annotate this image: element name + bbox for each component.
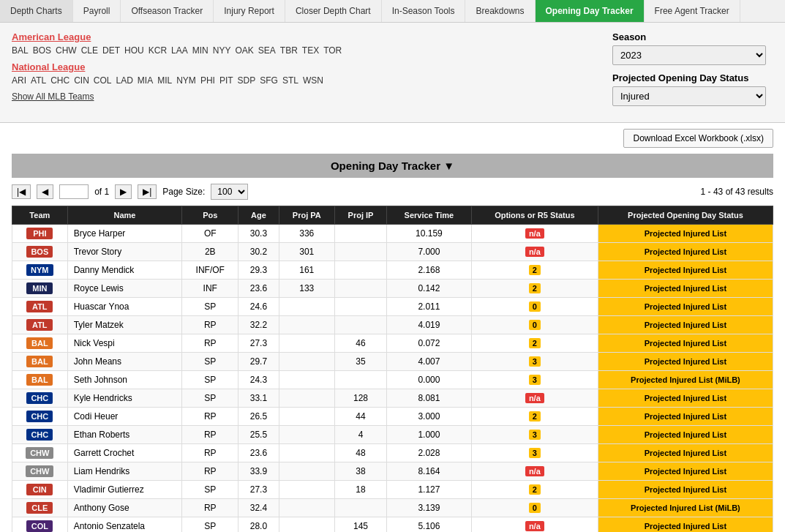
player-name[interactable]: Antonio Senzatela — [67, 517, 182, 533]
page-input[interactable]: 1 — [59, 184, 89, 199]
nav-item-payroll[interactable]: Payroll — [73, 0, 121, 22]
team-badge[interactable]: PHI — [26, 228, 53, 239]
col-options-or-r5-status[interactable]: Options or R5 Status — [471, 206, 598, 225]
col-proj-pa[interactable]: Proj PA — [279, 206, 335, 225]
nav-item-injury-report[interactable]: Injury Report — [214, 0, 285, 22]
al-team-tbr[interactable]: TBR — [280, 45, 298, 56]
team-badge[interactable]: BAL — [26, 374, 53, 386]
team-badge[interactable]: MIN — [26, 282, 53, 294]
nl-team-pit[interactable]: PIT — [219, 75, 233, 86]
download-button[interactable]: Download Excel Workbook (.xlsx) — [623, 129, 773, 148]
team-badge[interactable]: NYM — [26, 264, 53, 276]
first-page-button[interactable]: |◀ — [12, 184, 31, 199]
nav-item-in-season-tools[interactable]: In-Season Tools — [382, 0, 466, 22]
col-projected-opening-day-status[interactable]: Projected Opening Day Status — [598, 206, 773, 225]
team-badge[interactable]: CHW — [26, 465, 53, 477]
player-name[interactable]: Bryce Harper — [67, 225, 182, 243]
player-name[interactable]: Royce Lewis — [67, 280, 182, 298]
al-team-sea[interactable]: SEA — [258, 45, 276, 56]
col-team[interactable]: Team — [12, 206, 68, 225]
nl-team-ari[interactable]: ARI — [12, 75, 26, 86]
col-age[interactable]: Age — [238, 206, 279, 225]
team-badge[interactable]: CHC — [26, 392, 53, 404]
season-select[interactable]: 202320222021 — [612, 45, 766, 65]
nl-team-lad[interactable]: LAD — [116, 75, 133, 86]
player-name[interactable]: Trevor Story — [67, 243, 182, 261]
player-name[interactable]: Ethan Roberts — [67, 426, 182, 444]
service-time: 4.007 — [386, 353, 471, 371]
player-name[interactable]: Tyler Matzek — [67, 316, 182, 334]
nav-item-offseason-tracker[interactable]: Offseason Tracker — [121, 0, 214, 22]
team-badge[interactable]: CHW — [26, 447, 53, 459]
player-name[interactable]: Danny Mendick — [67, 261, 182, 280]
col-service-time[interactable]: Service Time — [386, 206, 471, 225]
col-name[interactable]: Name — [67, 206, 182, 225]
proj-pa — [279, 316, 335, 334]
team-badge[interactable]: CLE — [26, 502, 53, 514]
nl-team-atl[interactable]: ATL — [31, 75, 46, 86]
next-page-button[interactable]: ▶ — [115, 184, 132, 199]
main-table: TeamNamePosAgeProj PAProj IPService Time… — [12, 206, 773, 532]
player-name[interactable]: Kyle Hendricks — [67, 389, 182, 408]
last-page-button[interactable]: ▶| — [138, 184, 157, 199]
al-team-bal[interactable]: BAL — [12, 45, 29, 56]
status-select[interactable]: InjuredActiveAll — [612, 86, 766, 106]
al-team-tex[interactable]: TEX — [302, 45, 319, 56]
player-name[interactable]: Liam Hendriks — [67, 462, 182, 481]
team-badge[interactable]: BAL — [26, 356, 53, 367]
nl-team-nym[interactable]: NYM — [176, 75, 196, 86]
player-name[interactable]: John Means — [67, 353, 182, 371]
player-name[interactable]: Garrett Crochet — [67, 444, 182, 462]
al-team-det[interactable]: DET — [102, 45, 120, 56]
team-badge[interactable]: ATL — [26, 319, 53, 331]
page-size-select[interactable]: 2550100250 — [211, 184, 248, 200]
al-league-label[interactable]: American League — [12, 31, 583, 42]
col-pos[interactable]: Pos — [182, 206, 238, 225]
nl-team-sfg[interactable]: SFG — [260, 75, 278, 86]
al-team-min[interactable]: MIN — [192, 45, 209, 56]
age: 30.3 — [238, 225, 279, 243]
nl-team-wsn[interactable]: WSN — [303, 75, 323, 86]
nav-item-free-agent-tracker[interactable]: Free Agent Tracker — [645, 0, 740, 22]
nav-item-depth-charts[interactable]: Depth Charts — [0, 0, 73, 22]
al-team-laa[interactable]: LAA — [171, 45, 188, 56]
al-team-tor[interactable]: TOR — [323, 45, 342, 56]
nl-team-chc[interactable]: CHC — [50, 75, 70, 86]
team-badge[interactable]: COL — [26, 520, 53, 532]
col-proj-ip[interactable]: Proj IP — [335, 206, 387, 225]
team-badge[interactable]: BAL — [26, 337, 53, 349]
player-name[interactable]: Codi Heuer — [67, 408, 182, 426]
nav-item-breakdowns[interactable]: Breakdowns — [465, 0, 535, 22]
show-all-teams[interactable]: Show All MLB Teams — [12, 91, 583, 102]
position: RP — [182, 499, 238, 517]
team-badge[interactable]: CIN — [26, 484, 53, 495]
al-team-bos[interactable]: BOS — [33, 45, 51, 56]
nl-team-mia[interactable]: MIA — [138, 75, 153, 86]
player-name[interactable]: Seth Johnson — [67, 371, 182, 389]
al-team-hou[interactable]: HOU — [124, 45, 144, 56]
nl-league-label[interactable]: National League — [12, 61, 583, 72]
player-name[interactable]: Vladimir Gutierrez — [67, 481, 182, 499]
player-name[interactable]: Huascar Ynoa — [67, 298, 182, 316]
player-name[interactable]: Anthony Gose — [67, 499, 182, 517]
nav-item-closer-depth-chart[interactable]: Closer Depth Chart — [285, 0, 382, 22]
al-team-chw[interactable]: CHW — [56, 45, 77, 56]
team-badge[interactable]: CHC — [26, 429, 53, 441]
service-time: 3.000 — [386, 408, 471, 426]
al-team-cle[interactable]: CLE — [81, 45, 98, 56]
nav-item-opening-day-tracker[interactable]: Opening Day Tracker — [536, 0, 645, 22]
team-badge[interactable]: CHC — [26, 411, 53, 422]
prev-page-button[interactable]: ◀ — [37, 184, 53, 199]
al-team-nyy[interactable]: NYY — [213, 45, 231, 56]
nl-team-sdp[interactable]: SDP — [238, 75, 256, 86]
team-badge[interactable]: ATL — [26, 301, 53, 312]
nl-team-mil[interactable]: MIL — [157, 75, 172, 86]
player-name[interactable]: Nick Vespi — [67, 334, 182, 353]
nl-team-stl[interactable]: STL — [282, 75, 298, 86]
al-team-kcr[interactable]: KCR — [149, 45, 167, 56]
nl-team-cin[interactable]: CIN — [74, 75, 89, 86]
al-team-oak[interactable]: OAK — [235, 45, 253, 56]
nl-team-phi[interactable]: PHI — [200, 75, 215, 86]
team-badge[interactable]: BOS — [26, 246, 53, 258]
nl-team-col[interactable]: COL — [94, 75, 112, 86]
